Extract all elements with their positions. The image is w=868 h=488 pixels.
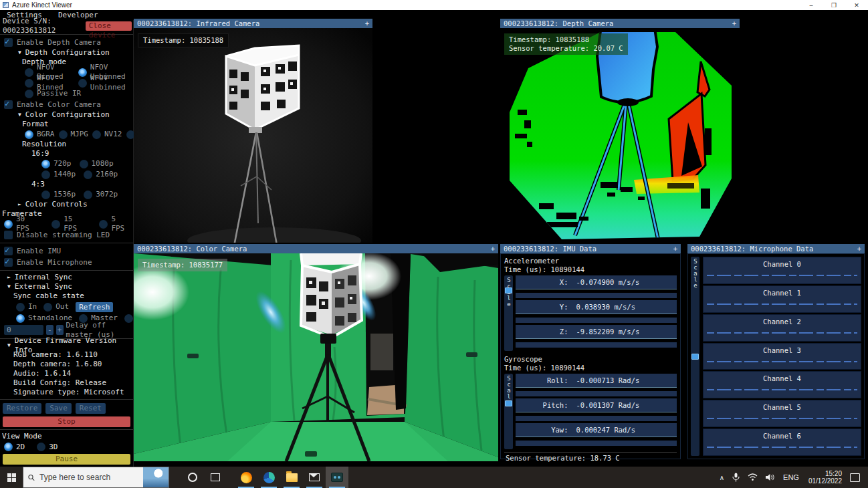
delay-minus-button[interactable]: - bbox=[46, 325, 53, 335]
restore-settings-button[interactable]: Restore bbox=[3, 403, 41, 414]
delay-input[interactable]: 0 bbox=[4, 325, 43, 335]
minimize-button[interactable]: – bbox=[800, 0, 823, 10]
close-device-button[interactable]: Close device bbox=[86, 21, 132, 31]
enable-imu-checkbox[interactable]: Enable IMU bbox=[0, 245, 133, 257]
radio-format-bgra[interactable]: BGRA bbox=[25, 130, 55, 139]
expand-panel-icon[interactable]: + bbox=[365, 19, 369, 27]
mic-channel-0: Channel 0 bbox=[703, 257, 861, 284]
radio-1440p[interactable]: 1440p bbox=[41, 170, 76, 179]
device-serial-label: Device S/N: 000233613812 bbox=[3, 17, 82, 35]
restore-button[interactable]: ❐ bbox=[823, 0, 845, 10]
firmware-depth: Depth camera: 1.6.80 bbox=[0, 360, 133, 369]
depth-configuration-header[interactable]: ▼ Depth Configuration bbox=[0, 48, 133, 57]
depth-camera-panel: 000233613812: Depth Camera + bbox=[500, 19, 740, 243]
language-indicator[interactable]: ENG bbox=[779, 467, 803, 488]
color-configuration-header[interactable]: ▼ Color Configuration bbox=[0, 110, 133, 120]
radio-wfov-unbinned[interactable]: WFOV Unbinned bbox=[78, 74, 133, 92]
radio-1536p[interactable]: 1536p bbox=[41, 190, 76, 199]
search-input[interactable] bbox=[39, 473, 143, 482]
waveform bbox=[707, 418, 857, 419]
radio-1080p[interactable]: 1080p bbox=[80, 159, 114, 168]
slider-handle[interactable] bbox=[691, 354, 699, 360]
waveform bbox=[707, 332, 857, 334]
taskbar-search[interactable] bbox=[23, 467, 169, 488]
network-tray-button[interactable] bbox=[744, 467, 762, 488]
edge-button[interactable] bbox=[257, 467, 280, 488]
kinect-viewer-app-button[interactable] bbox=[326, 467, 348, 488]
expand-panel-icon[interactable]: + bbox=[732, 19, 736, 27]
external-sync-header[interactable]: ▼ External Sync bbox=[0, 282, 133, 291]
radio-passive-ir[interactable]: Passive IR bbox=[25, 89, 81, 98]
waveform bbox=[707, 389, 857, 390]
expand-arrow-icon: ► bbox=[18, 200, 21, 209]
expand-arrow-icon: ► bbox=[7, 273, 11, 282]
mic-channel-6: Channel 6 bbox=[703, 429, 861, 456]
action-center-button[interactable] bbox=[850, 473, 860, 482]
gyroscope-scale-slider[interactable]: Scale bbox=[504, 374, 513, 449]
microphone-panel-title: 000233613812: Microphone Data bbox=[691, 245, 813, 253]
firmware-info-header[interactable]: ▼ Device Firmware Version Info bbox=[0, 341, 133, 350]
enable-color-checkbox[interactable]: Enable Color Camera bbox=[0, 99, 133, 110]
hidden-icons-button[interactable]: ∧ bbox=[716, 467, 728, 488]
radio-sync-out[interactable]: Out bbox=[43, 302, 69, 312]
microphone-tray-button[interactable] bbox=[728, 467, 744, 488]
infrared-timestamp-overlay: Timestamp: 10835188 bbox=[138, 33, 229, 47]
microphone-data-panel: 000233613812: Microphone Data + Scale Ch… bbox=[687, 244, 865, 459]
speaker-icon bbox=[766, 473, 775, 481]
pause-button[interactable]: Pause bbox=[3, 454, 130, 465]
search-icon bbox=[28, 473, 35, 482]
mail-icon bbox=[309, 473, 320, 481]
window-controls: – ❐ ✕ bbox=[800, 0, 868, 10]
save-settings-button[interactable]: Save bbox=[45, 403, 72, 414]
task-view-button[interactable] bbox=[204, 467, 227, 488]
mail-button[interactable] bbox=[303, 467, 326, 488]
gyro-yaw-plot: Yaw:0.000247 Rad/s bbox=[516, 423, 677, 446]
stop-button[interactable]: Stop bbox=[3, 416, 130, 427]
expand-panel-icon[interactable]: + bbox=[491, 245, 495, 253]
accel-x-plot: X:-0.074900 m/s/s bbox=[516, 275, 677, 298]
expand-panel-icon[interactable]: + bbox=[857, 245, 861, 253]
close-button[interactable]: ✕ bbox=[845, 0, 868, 10]
slider-handle[interactable] bbox=[505, 400, 512, 406]
slider-handle[interactable] bbox=[505, 287, 512, 293]
microphone-scale-slider[interactable]: Scale bbox=[691, 257, 699, 456]
reset-settings-button[interactable]: Reset bbox=[76, 403, 106, 414]
clock[interactable]: 15:20 01/12/2022 bbox=[803, 470, 847, 485]
system-tray: ∧ ENG 15:20 01/12/2022 bbox=[716, 467, 868, 488]
color-controls-header[interactable]: ► Color Controls bbox=[0, 200, 133, 209]
resolution-label: Resolution bbox=[0, 140, 133, 149]
start-button[interactable] bbox=[0, 467, 23, 488]
collapse-arrow-icon: ▼ bbox=[7, 282, 11, 291]
radio-view-3d[interactable]: 3D bbox=[37, 443, 58, 452]
sync-cable-label: Sync cable state bbox=[0, 291, 133, 301]
radio-standalone[interactable]: Standalone bbox=[16, 314, 72, 323]
accel-z-plot: Z:-9.852209 m/s/s bbox=[516, 325, 677, 348]
waveform bbox=[707, 447, 857, 448]
ratio-169-label: 16:9 bbox=[0, 149, 133, 158]
internal-sync-header[interactable]: ► Internal Sync bbox=[0, 273, 133, 282]
file-explorer-button[interactable] bbox=[280, 467, 303, 488]
radio-view-2d[interactable]: 2D bbox=[4, 443, 25, 452]
radio-3072p[interactable]: 3072p bbox=[84, 190, 118, 199]
delay-plus-button[interactable]: + bbox=[56, 325, 64, 335]
radio-sync-in[interactable]: In bbox=[16, 302, 37, 312]
expand-panel-icon[interactable]: + bbox=[673, 245, 677, 253]
depth-timestamp: Timestamp: 10835188 bbox=[509, 35, 623, 44]
gyro-roll-plot: Roll:-0.000713 Rad/s bbox=[516, 374, 677, 396]
window-title: Azure Kinect Viewer bbox=[12, 1, 800, 9]
cortana-button[interactable] bbox=[181, 467, 204, 488]
radio-format-mjpg[interactable]: MJPG bbox=[59, 130, 89, 139]
refresh-button[interactable]: Refresh bbox=[76, 302, 113, 312]
folder-icon bbox=[286, 473, 298, 482]
radio-720p[interactable]: 720p bbox=[41, 159, 72, 168]
enable-microphone-checkbox[interactable]: Enable Microphone bbox=[0, 257, 133, 268]
format-label: Format bbox=[0, 120, 133, 129]
news-weather-widget[interactable] bbox=[143, 467, 169, 487]
depth-sensor-temp: Sensor temperature: 20.07 C bbox=[509, 44, 623, 53]
radio-2160p[interactable]: 2160p bbox=[84, 170, 118, 179]
accelerometer-scale-slider[interactable]: Scale bbox=[504, 275, 513, 351]
firefox-button[interactable] bbox=[235, 467, 257, 488]
radio-format-nv12[interactable]: NV12 bbox=[92, 130, 122, 139]
volume-tray-button[interactable] bbox=[762, 467, 779, 488]
mic-channel-3: Channel 3 bbox=[703, 343, 861, 370]
